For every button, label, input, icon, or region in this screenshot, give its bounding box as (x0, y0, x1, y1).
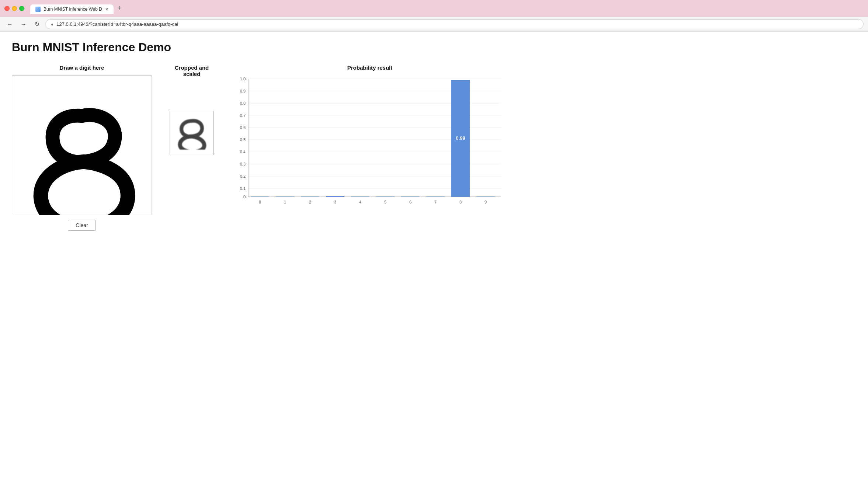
svg-text:0.9: 0.9 (240, 89, 246, 93)
page-content: Burn MNIST Inference Demo Draw a digit h… (0, 32, 516, 240)
tab-title: Burn MNIST Inference Web D (44, 7, 102, 12)
chart-label: Probability result (347, 65, 393, 71)
svg-text:0.1: 0.1 (240, 186, 246, 191)
reload-button[interactable]: ↻ (32, 19, 42, 29)
clear-button[interactable]: Clear (68, 220, 96, 231)
chart-section: Probability result 1.0 (232, 65, 508, 215)
svg-text:6: 6 (409, 200, 412, 204)
back-button[interactable]: ← (4, 20, 15, 29)
browser-chrome: Burn MNIST Inference Web D ✕ + (0, 0, 868, 17)
tab-bar: Burn MNIST Inference Web D ✕ + (30, 3, 125, 14)
drawing-canvas[interactable] (12, 75, 152, 215)
forward-button[interactable]: → (18, 20, 29, 29)
security-icon: ● (51, 22, 53, 27)
bar-6 (401, 196, 420, 197)
svg-text:1: 1 (284, 200, 286, 204)
svg-text:5: 5 (384, 200, 386, 204)
maximize-button[interactable] (19, 6, 24, 11)
titlebar: Burn MNIST Inference Web D ✕ + (4, 3, 864, 17)
close-button[interactable] (4, 6, 10, 11)
bar-5 (376, 196, 395, 197)
bar-7 (426, 196, 445, 197)
bar-2 (301, 196, 319, 197)
bar-0 (251, 196, 269, 197)
svg-text:0.7: 0.7 (240, 113, 246, 118)
svg-text:4: 4 (359, 200, 361, 204)
svg-text:0.2: 0.2 (240, 174, 246, 178)
browser-toolbar: ← → ↻ ● 127.0.0.1:4943/?canisterId=a4tbr… (0, 17, 868, 32)
svg-text:2: 2 (309, 200, 311, 204)
svg-text:8: 8 (459, 200, 462, 204)
svg-text:0.5: 0.5 (240, 137, 246, 142)
svg-text:0.6: 0.6 (240, 125, 246, 130)
address-bar[interactable]: ● 127.0.0.1:4943/?canisterId=a4tbr-q4aaa… (45, 19, 864, 29)
traffic-lights (4, 6, 24, 11)
minimize-button[interactable] (12, 6, 17, 11)
main-layout: Draw a digit here Clear Cropped and scal… (12, 65, 504, 231)
svg-text:0: 0 (259, 200, 261, 204)
draw-label: Draw a digit here (60, 65, 104, 71)
digit-display (12, 76, 152, 215)
bar-9 (476, 196, 495, 197)
draw-section: Draw a digit here Clear (12, 65, 152, 231)
crop-image-box (170, 111, 214, 155)
active-tab[interactable]: Burn MNIST Inference Web D ✕ (30, 4, 114, 14)
crop-section: Cropped and scaled (170, 65, 214, 155)
svg-text:0: 0 (243, 195, 246, 199)
tab-close-icon[interactable]: ✕ (105, 7, 108, 12)
probability-chart: 1.0 0.9 0.8 0.7 0.6 0.5 0.4 0.3 0.2 0.1 … (232, 75, 508, 215)
svg-text:9: 9 (485, 200, 487, 204)
svg-text:1.0: 1.0 (240, 77, 246, 81)
bar-8-value: 0.99 (456, 135, 465, 141)
tab-favicon (35, 7, 41, 12)
bar-1 (276, 196, 294, 197)
svg-text:0.8: 0.8 (240, 101, 246, 105)
bar-4 (351, 196, 369, 197)
page-title: Burn MNIST Inference Demo (12, 41, 504, 54)
crop-digit-display (175, 116, 208, 150)
url-text: 127.0.0.1:4943/?canisterId=a4tbr-q4aaa-a… (56, 21, 178, 27)
svg-text:7: 7 (434, 200, 437, 204)
crop-label: Cropped and scaled (170, 65, 214, 77)
svg-text:0.4: 0.4 (240, 150, 246, 154)
svg-text:3: 3 (334, 200, 336, 204)
svg-text:0.3: 0.3 (240, 162, 246, 166)
bar-3 (326, 196, 344, 197)
new-tab-button[interactable]: + (114, 3, 125, 13)
